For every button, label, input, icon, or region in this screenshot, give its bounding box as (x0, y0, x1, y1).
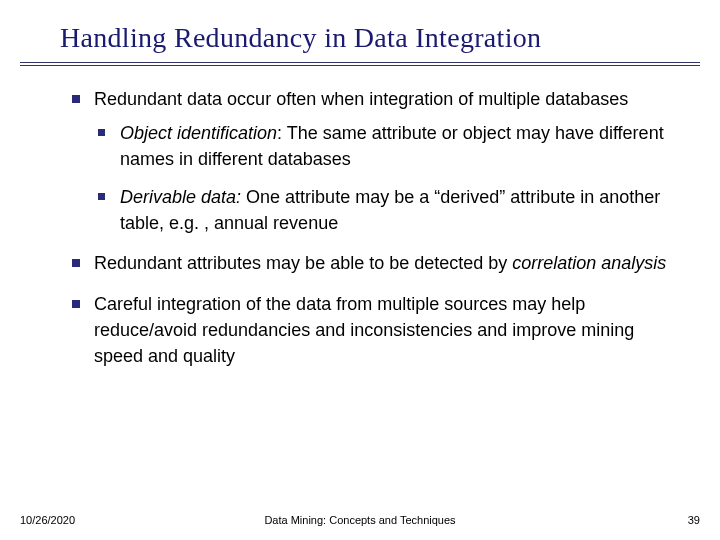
term-object-id: Object identification (120, 123, 277, 143)
slide-content: Redundant data occur often when integrat… (0, 80, 720, 369)
slide-title: Handling Redundancy in Data Integration (20, 0, 700, 66)
sub-bullet-object-id: Object identification: The same attribut… (94, 120, 668, 172)
bullet-text: Careful integration of the data from mul… (94, 294, 634, 366)
footer-center: Data Mining: Concepts and Techniques (264, 514, 455, 526)
bullet-list: Redundant data occur often when integrat… (72, 86, 668, 369)
term-derivable: Derivable data: (120, 187, 241, 207)
bullet-correlation: Redundant attributes may be able to be d… (72, 250, 668, 276)
term-correlation: correlation analysis (512, 253, 666, 273)
sub-bullet-derivable: Derivable data: One attribute may be a “… (94, 184, 668, 236)
sub-bullet-list: Object identification: The same attribut… (94, 120, 668, 236)
footer-date: 10/26/2020 (20, 514, 75, 526)
footer-page-number: 39 (688, 514, 700, 526)
bullet-redundant-data: Redundant data occur often when integrat… (72, 86, 668, 236)
bullet-text: Redundant data occur often when integrat… (94, 89, 628, 109)
bullet-text: Redundant attributes may be able to be d… (94, 253, 512, 273)
bullet-careful-integration: Careful integration of the data from mul… (72, 291, 668, 369)
